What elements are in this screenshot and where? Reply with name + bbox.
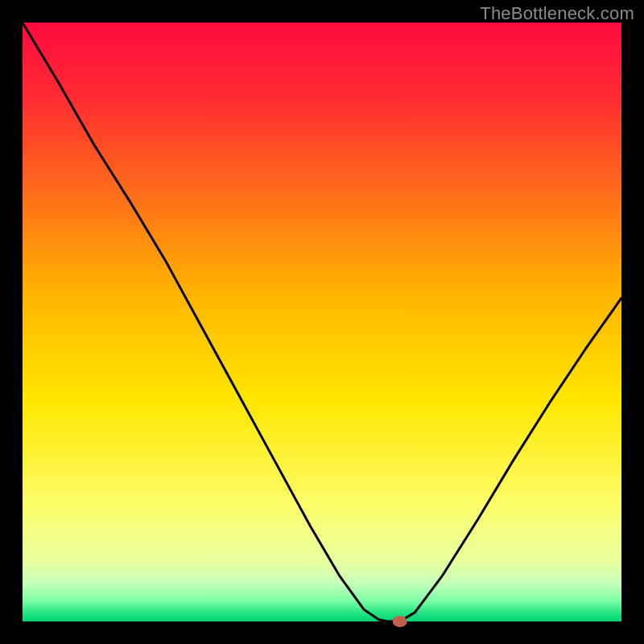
chart-container: TheBottleneck.com: [0, 0, 644, 644]
watermark-label: TheBottleneck.com: [480, 3, 634, 24]
bottleneck-curve-chart: [0, 0, 644, 644]
optimal-point-marker: [393, 616, 407, 627]
plot-background: [23, 23, 621, 621]
